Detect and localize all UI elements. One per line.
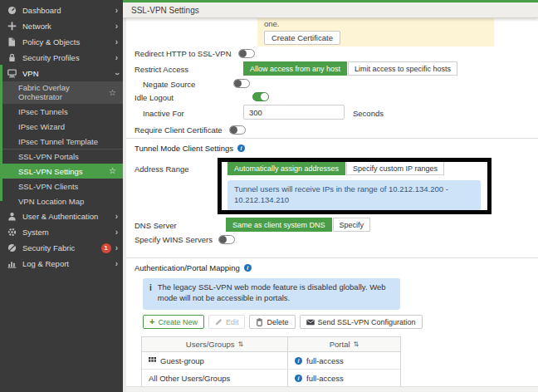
info-icon[interactable]: i <box>295 375 302 382</box>
sidebar-item-security-profiles[interactable]: Security Profiles › <box>0 50 123 66</box>
document-icon <box>7 37 17 47</box>
info-icon: i <box>149 282 152 306</box>
require-client-cert-label: Require Client Certificate <box>134 125 223 135</box>
create-new-button[interactable]: + Create New <box>143 315 204 329</box>
sidebar-item-dashboard[interactable]: Dashboard › <box>0 2 123 18</box>
redirect-http-label: Redirect HTTP to SSL-VPN <box>134 49 232 58</box>
inactive-for-label: Inactive For <box>143 109 184 118</box>
send-sslvpn-config-button[interactable]: Send SSL-VPN Configuration <box>300 315 423 329</box>
sort-icon: ⇅ <box>237 341 243 348</box>
chevron-right-icon: › <box>115 54 118 62</box>
require-client-cert-toggle[interactable] <box>229 125 246 135</box>
star-icon[interactable]: ☆ <box>109 89 116 97</box>
sidebar-item-vpn[interactable]: VPN › <box>0 66 123 81</box>
address-custom-ranges-button[interactable]: Specify custom IP ranges <box>346 161 444 175</box>
sidebar-item-system[interactable]: System › <box>0 224 123 240</box>
gear-icon <box>7 228 17 237</box>
seconds-unit-label: Seconds <box>353 109 384 118</box>
dns-specify-button[interactable]: Specify <box>333 218 371 232</box>
notice-text: one. <box>264 19 494 28</box>
portal-header[interactable]: Portal ⇅ <box>287 337 400 351</box>
dashboard-icon <box>7 6 17 15</box>
chevron-right-icon: › <box>115 213 118 221</box>
vpn-group-accent-bar <box>0 65 2 201</box>
pencil-icon <box>215 318 223 326</box>
portal-mapping-table: Users/Groups ⇅ Portal ⇅ Guest-group i <box>141 336 401 388</box>
sidebar-item-security-fabric[interactable]: Security Fabric 1 › <box>0 240 123 256</box>
fortigate-app-window: Dashboard › Network › Policy & Objects ›… <box>0 0 538 392</box>
fabric-icon <box>7 243 17 252</box>
sidebar-item-fabric-overlay-orchestrator[interactable]: Fabric Overlay Orchestrator ☆ <box>0 81 123 104</box>
monitor-icon <box>7 69 17 78</box>
content-bottom-band <box>126 386 538 392</box>
address-auto-assign-button[interactable]: Automatically assign addresses <box>227 161 345 175</box>
chevron-right-icon: › <box>115 228 118 237</box>
table-header-row: Users/Groups ⇅ Portal ⇅ <box>142 337 400 352</box>
plus-icon: + <box>149 317 154 326</box>
negate-source-toggle[interactable] <box>233 79 250 88</box>
certificate-notice: one. Create Certificate <box>257 18 494 47</box>
page-title: SSL-VPN Settings <box>131 6 199 15</box>
chevron-right-icon: › <box>115 7 118 15</box>
sidebar-item-sslvpn-portals[interactable]: SSL-VPN Portals <box>0 149 123 164</box>
sidebar-item-ipsec-tunnel-template[interactable]: IPsec Tunnel Template <box>0 134 123 149</box>
wins-servers-label: Specify WINS Servers <box>134 235 213 244</box>
portal-section-title: Authentication/Portal Mapping i <box>134 263 252 272</box>
page-tab-bar: SSL-VPN Settings <box>123 2 538 18</box>
sidebar-nav: Dashboard › Network › Policy & Objects ›… <box>0 0 123 392</box>
address-range-label: Address Range <box>134 164 188 174</box>
section-divider <box>126 257 538 258</box>
sidebar-item-user-authentication[interactable]: User & Authentication › <box>0 208 123 224</box>
sidebar-item-policy-objects[interactable]: Policy & Objects › <box>0 34 123 50</box>
sidebar-item-ipsec-wizard[interactable]: IPsec Wizard <box>0 119 123 134</box>
portal-mapping-toolbar: + Create New Edit Delete Send SSL-VPN C <box>143 315 423 329</box>
redirect-http-toggle[interactable] <box>238 49 255 58</box>
sidebar-item-sslvpn-clients[interactable]: SSL-VPN Clients <box>0 179 123 194</box>
restrict-limit-hosts-button[interactable]: Limit access to specific hosts <box>348 61 457 76</box>
info-icon[interactable]: i <box>244 264 252 272</box>
delete-button[interactable]: Delete <box>249 315 295 329</box>
report-icon <box>7 259 17 268</box>
table-row[interactable]: All Other Users/Groups i full-access <box>142 370 400 387</box>
tunnel-section-title: Tunnel Mode Client Settings i <box>134 144 245 153</box>
table-row[interactable]: Guest-group i full-access <box>142 352 400 370</box>
negate-source-label: Negate Source <box>143 80 195 89</box>
notification-badge: 1 <box>101 243 111 253</box>
envelope-icon <box>306 319 315 326</box>
chevron-down-icon: › <box>112 72 120 75</box>
sidebar-item-vpn-location-map[interactable]: VPN Location Map <box>0 194 123 208</box>
user-icon <box>7 212 17 221</box>
idle-logout-toggle[interactable] <box>252 92 269 101</box>
chevron-right-icon: › <box>115 244 118 252</box>
chevron-right-icon: › <box>115 22 118 31</box>
users-groups-header[interactable]: Users/Groups ⇅ <box>142 340 287 349</box>
dns-server-label: DNS Server <box>134 221 177 230</box>
legacy-webmode-infobox: i The legacy SSL-VPN web mode feature is… <box>143 278 400 310</box>
info-icon[interactable]: i <box>295 357 302 365</box>
info-icon[interactable]: i <box>237 145 245 152</box>
inactive-for-input[interactable] <box>243 105 345 120</box>
create-certificate-button[interactable]: Create Certificate <box>264 31 340 45</box>
wins-servers-toggle[interactable] <box>218 235 235 244</box>
main-content: one. Create Certificate Redirect HTTP to… <box>123 18 538 392</box>
sidebar-item-network[interactable]: Network › <box>0 18 123 34</box>
network-icon <box>7 22 17 31</box>
restrict-any-host-button[interactable]: Allow access from any host <box>243 61 347 76</box>
lock-icon <box>7 53 17 62</box>
address-range-infobox: Tunnel users will receive IPs in the ran… <box>227 180 481 211</box>
restrict-access-label: Restrict Access <box>134 65 188 74</box>
section-divider <box>126 138 538 139</box>
sidebar-item-log-report[interactable]: Log & Report › <box>0 256 123 272</box>
trash-icon <box>256 318 263 326</box>
sort-icon: ⇅ <box>354 341 359 348</box>
dns-same-as-client-button[interactable]: Same as client system DNS <box>226 218 332 232</box>
star-icon[interactable]: ☆ <box>109 167 116 175</box>
sidebar-item-ipsec-tunnels[interactable]: IPsec Tunnels <box>0 104 123 119</box>
sidebar-item-sslvpn-settings[interactable]: SSL-VPN Settings ☆ <box>0 164 123 179</box>
group-icon <box>149 357 156 365</box>
edit-button[interactable]: Edit <box>208 315 246 329</box>
chevron-right-icon: › <box>115 38 118 47</box>
idle-logout-label: Idle Logout <box>134 93 174 102</box>
chevron-right-icon: › <box>115 260 118 268</box>
